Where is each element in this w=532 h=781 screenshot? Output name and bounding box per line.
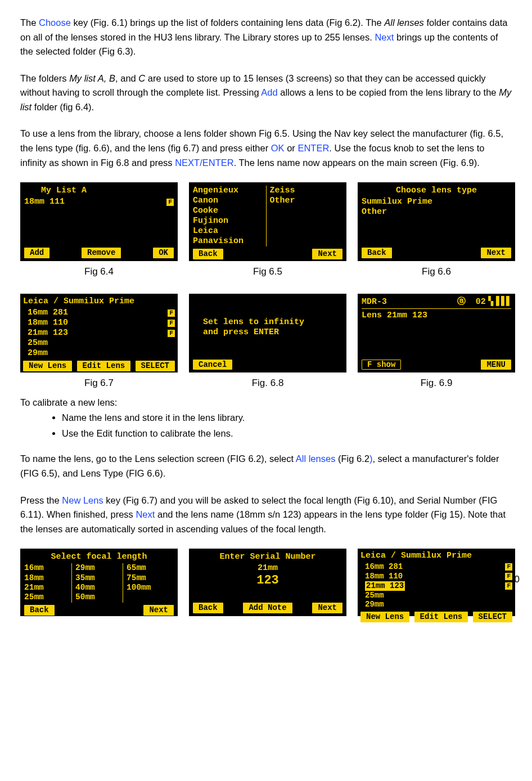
select-button[interactable]: SELECT	[473, 612, 512, 622]
text: , and	[115, 73, 138, 83]
lcd-6-6: Choose lens type Summilux Prime Other Ba…	[358, 182, 515, 261]
list-item[interactable]: 50mm	[75, 593, 119, 602]
keyword-enter: ENTER	[297, 143, 329, 153]
list-item[interactable]: 29mm	[75, 563, 119, 573]
keyword-ok: OK	[271, 143, 285, 153]
list-item[interactable]: Summilux Prime	[362, 197, 511, 207]
figure-6-9: MDR-3 ⓐ 02▝▖▋▋▋ Lens 21mm 123 F show MEN…	[358, 294, 515, 391]
lcd-title: Leica / Summilux Prime	[23, 297, 175, 307]
serial-value[interactable]: 123	[193, 573, 342, 588]
keyword-new-lens: New Lens	[62, 495, 103, 505]
menu-button[interactable]: MENU	[481, 360, 511, 370]
paragraph-1: The Choose key (Fig. 6.1) brings up the …	[20, 16, 512, 59]
f-badge-icon: F	[505, 563, 512, 571]
keyword-next: Next	[136, 509, 155, 519]
list-item[interactable]: 65mm	[127, 563, 170, 573]
list-item: Name the lens and store it in the lens l…	[62, 411, 512, 425]
text: allows a lens to be copied from the lens…	[278, 87, 499, 97]
add-note-button[interactable]: Add Note	[243, 603, 292, 613]
lcd-6-8: Set lens to infinity and press ENTER Can…	[189, 294, 346, 372]
list-item[interactable]: 21mm 123	[28, 328, 68, 338]
list-item[interactable]: 75mm	[127, 573, 170, 583]
calibrate-heading: To calibrate a new lens:	[20, 396, 512, 410]
list-item[interactable]: Other	[362, 207, 511, 217]
list-item[interactable]: Canon	[193, 196, 263, 206]
text: folder (fig 6.4).	[31, 102, 94, 112]
list-item[interactable]: 21mm	[24, 583, 68, 593]
new-lens-button[interactable]: New Lens	[360, 612, 409, 622]
ok-button[interactable]: OK	[153, 248, 174, 258]
figure-row-2: Leica / Summilux Prime 16mm 281F 18mm 11…	[20, 294, 512, 391]
text: or	[285, 143, 298, 153]
list-item[interactable]: 16mm 281	[28, 308, 68, 318]
figure-caption: Fig 6.4	[84, 264, 114, 279]
f-badge-icon: F	[168, 309, 175, 317]
text: key (Fig. 6.1) brings up the list of fol…	[71, 17, 384, 28]
text: (Fig 6.2	[335, 454, 369, 464]
list-item[interactable]: 18mm 110	[28, 318, 68, 328]
list-item[interactable]: 29mm	[28, 348, 48, 358]
keyword-all-lenses: All lenses	[296, 454, 336, 464]
list-item-selected[interactable]: 21mm 123	[365, 581, 405, 591]
edit-lens-button[interactable]: Edit Lens	[414, 612, 468, 622]
back-button[interactable]: Back	[362, 248, 392, 258]
list-item[interactable]: Other	[270, 196, 340, 206]
italic-mylist-ab: My list A, B	[69, 73, 115, 83]
list-item[interactable]: 16mm	[24, 563, 68, 573]
list-item[interactable]: 25mm	[24, 593, 68, 602]
list-item[interactable]: 35mm	[75, 573, 119, 583]
list-item[interactable]: Leica	[193, 226, 263, 236]
lens-readout: Lens 21mm 123	[362, 311, 511, 321]
lcd-6-4: My List A 18mm 111 F Add Remove OK	[20, 182, 178, 261]
page-number: 0	[515, 572, 520, 587]
f-badge-icon: F	[505, 582, 512, 590]
figure-caption: Fig 6.5	[253, 264, 282, 279]
lcd-line: 18mm 111	[24, 197, 65, 207]
lcd-6-9: MDR-3 ⓐ 02▝▖▋▋▋ Lens 21mm 123 F show MEN…	[358, 294, 515, 372]
list-item[interactable]: 16mm 281	[365, 562, 403, 572]
list-item[interactable]: Fujinon	[193, 216, 263, 226]
back-button[interactable]: Back	[193, 249, 223, 259]
figure-6-7: Leica / Summilux Prime 16mm 281F 18mm 11…	[20, 294, 178, 391]
list-item[interactable]: 29mm	[365, 600, 384, 609]
figure-6-5: Angenieux Canon Cooke Fujinon Leica Pana…	[189, 182, 346, 279]
status-icons: ⓐ 02▝▖▋▋▋	[457, 297, 511, 307]
lcd-sub: 21mm	[193, 563, 342, 573]
edit-lens-button[interactable]: Edit Lens	[77, 361, 131, 371]
next-button[interactable]: Next	[312, 249, 342, 259]
signal-battery-icon: 02▝▖▋▋▋	[476, 297, 511, 307]
list-item[interactable]: Angenieux	[193, 186, 263, 196]
list-item[interactable]: 40mm	[75, 583, 119, 593]
paragraph-3: To use a lens from the library, choose a…	[20, 127, 512, 170]
italic-all-lenses: All lenses	[384, 17, 424, 28]
lcd-title: Enter Serial Number	[193, 552, 342, 562]
next-button[interactable]: Next	[481, 248, 511, 258]
text: To name the lens, go to the Lens selecti…	[20, 454, 296, 464]
list-item: Use the Edit function to calibrate the l…	[62, 427, 512, 441]
list-item[interactable]: 25mm	[28, 338, 48, 348]
figure-6-10: Select focal length 16mm 18mm 21mm 25mm …	[20, 549, 178, 616]
add-button[interactable]: Add	[24, 248, 49, 258]
cancel-button[interactable]: Cancel	[193, 360, 232, 370]
italic-c: C	[138, 73, 145, 83]
remove-button[interactable]: Remove	[82, 248, 121, 258]
list-item[interactable]: 18mm 110	[365, 572, 403, 581]
back-button[interactable]: Back	[24, 605, 55, 616]
list-item[interactable]: 100mm	[127, 583, 170, 593]
select-button[interactable]: SELECT	[136, 361, 175, 371]
lcd-6-7: Leica / Summilux Prime 16mm 281F 18mm 11…	[20, 294, 178, 372]
text: Press the	[20, 495, 62, 505]
paragraph-2: The folders My list A, B, and C are used…	[20, 71, 512, 115]
next-button[interactable]: Next	[312, 603, 342, 613]
fshow-button[interactable]: F show	[362, 360, 401, 370]
list-item[interactable]: 25mm	[365, 591, 384, 600]
next-button[interactable]: Next	[143, 605, 174, 616]
list-item[interactable]: Cooke	[193, 206, 263, 216]
list-item[interactable]: 18mm	[24, 573, 68, 583]
new-lens-button[interactable]: New Lens	[23, 361, 72, 371]
device-label: MDR-3	[362, 297, 387, 307]
f-badge-icon: F	[168, 320, 175, 327]
list-item[interactable]: Zeiss	[270, 186, 340, 196]
back-button[interactable]: Back	[193, 603, 223, 613]
list-item[interactable]: Panavision	[193, 236, 263, 246]
